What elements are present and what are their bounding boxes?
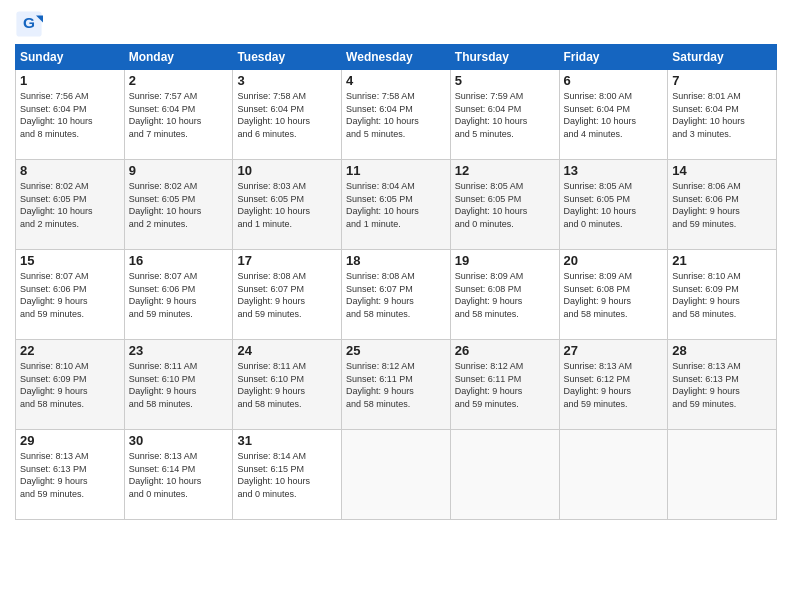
calendar-cell: 18Sunrise: 8:08 AM Sunset: 6:07 PM Dayli…: [342, 250, 451, 340]
calendar-week-3: 15Sunrise: 8:07 AM Sunset: 6:06 PM Dayli…: [16, 250, 777, 340]
calendar-cell: 2Sunrise: 7:57 AM Sunset: 6:04 PM Daylig…: [124, 70, 233, 160]
day-number: 24: [237, 343, 337, 358]
day-info: Sunrise: 8:11 AM Sunset: 6:10 PM Dayligh…: [129, 360, 229, 410]
calendar-cell: 31Sunrise: 8:14 AM Sunset: 6:15 PM Dayli…: [233, 430, 342, 520]
day-info: Sunrise: 8:06 AM Sunset: 6:06 PM Dayligh…: [672, 180, 772, 230]
day-number: 18: [346, 253, 446, 268]
day-number: 29: [20, 433, 120, 448]
day-info: Sunrise: 8:13 AM Sunset: 6:13 PM Dayligh…: [20, 450, 120, 500]
day-header-monday: Monday: [124, 45, 233, 70]
svg-text:G: G: [23, 14, 35, 31]
calendar-cell: 26Sunrise: 8:12 AM Sunset: 6:11 PM Dayli…: [450, 340, 559, 430]
day-info: Sunrise: 8:11 AM Sunset: 6:10 PM Dayligh…: [237, 360, 337, 410]
day-number: 10: [237, 163, 337, 178]
calendar-cell: 21Sunrise: 8:10 AM Sunset: 6:09 PM Dayli…: [668, 250, 777, 340]
day-number: 3: [237, 73, 337, 88]
day-info: Sunrise: 8:05 AM Sunset: 6:05 PM Dayligh…: [455, 180, 555, 230]
day-header-friday: Friday: [559, 45, 668, 70]
day-number: 31: [237, 433, 337, 448]
day-number: 17: [237, 253, 337, 268]
day-info: Sunrise: 8:10 AM Sunset: 6:09 PM Dayligh…: [20, 360, 120, 410]
day-number: 19: [455, 253, 555, 268]
calendar-cell: 27Sunrise: 8:13 AM Sunset: 6:12 PM Dayli…: [559, 340, 668, 430]
calendar-header-row: SundayMondayTuesdayWednesdayThursdayFrid…: [16, 45, 777, 70]
day-number: 23: [129, 343, 229, 358]
day-header-saturday: Saturday: [668, 45, 777, 70]
day-info: Sunrise: 8:01 AM Sunset: 6:04 PM Dayligh…: [672, 90, 772, 140]
day-info: Sunrise: 8:02 AM Sunset: 6:05 PM Dayligh…: [129, 180, 229, 230]
calendar-cell: 11Sunrise: 8:04 AM Sunset: 6:05 PM Dayli…: [342, 160, 451, 250]
day-number: 22: [20, 343, 120, 358]
day-info: Sunrise: 7:58 AM Sunset: 6:04 PM Dayligh…: [346, 90, 446, 140]
calendar-cell: 24Sunrise: 8:11 AM Sunset: 6:10 PM Dayli…: [233, 340, 342, 430]
calendar-cell: 14Sunrise: 8:06 AM Sunset: 6:06 PM Dayli…: [668, 160, 777, 250]
day-number: 4: [346, 73, 446, 88]
day-info: Sunrise: 8:12 AM Sunset: 6:11 PM Dayligh…: [455, 360, 555, 410]
calendar-cell: 20Sunrise: 8:09 AM Sunset: 6:08 PM Dayli…: [559, 250, 668, 340]
day-number: 20: [564, 253, 664, 268]
calendar-week-5: 29Sunrise: 8:13 AM Sunset: 6:13 PM Dayli…: [16, 430, 777, 520]
day-number: 8: [20, 163, 120, 178]
day-number: 30: [129, 433, 229, 448]
day-number: 14: [672, 163, 772, 178]
day-info: Sunrise: 7:56 AM Sunset: 6:04 PM Dayligh…: [20, 90, 120, 140]
calendar-cell: 16Sunrise: 8:07 AM Sunset: 6:06 PM Dayli…: [124, 250, 233, 340]
day-header-sunday: Sunday: [16, 45, 125, 70]
calendar-cell: 5Sunrise: 7:59 AM Sunset: 6:04 PM Daylig…: [450, 70, 559, 160]
day-info: Sunrise: 8:09 AM Sunset: 6:08 PM Dayligh…: [455, 270, 555, 320]
day-number: 28: [672, 343, 772, 358]
calendar-table: SundayMondayTuesdayWednesdayThursdayFrid…: [15, 44, 777, 520]
calendar-cell: 13Sunrise: 8:05 AM Sunset: 6:05 PM Dayli…: [559, 160, 668, 250]
calendar-cell: [342, 430, 451, 520]
day-number: 9: [129, 163, 229, 178]
day-number: 13: [564, 163, 664, 178]
day-number: 2: [129, 73, 229, 88]
calendar-week-1: 1Sunrise: 7:56 AM Sunset: 6:04 PM Daylig…: [16, 70, 777, 160]
calendar-cell: 25Sunrise: 8:12 AM Sunset: 6:11 PM Dayli…: [342, 340, 451, 430]
day-number: 21: [672, 253, 772, 268]
calendar-cell: 19Sunrise: 8:09 AM Sunset: 6:08 PM Dayli…: [450, 250, 559, 340]
day-number: 27: [564, 343, 664, 358]
day-info: Sunrise: 8:07 AM Sunset: 6:06 PM Dayligh…: [20, 270, 120, 320]
logo-icon: G: [15, 10, 43, 38]
calendar-cell: 10Sunrise: 8:03 AM Sunset: 6:05 PM Dayli…: [233, 160, 342, 250]
day-info: Sunrise: 8:05 AM Sunset: 6:05 PM Dayligh…: [564, 180, 664, 230]
day-header-wednesday: Wednesday: [342, 45, 451, 70]
calendar-cell: [559, 430, 668, 520]
day-info: Sunrise: 8:00 AM Sunset: 6:04 PM Dayligh…: [564, 90, 664, 140]
day-number: 11: [346, 163, 446, 178]
header: G: [15, 10, 777, 38]
calendar-cell: 22Sunrise: 8:10 AM Sunset: 6:09 PM Dayli…: [16, 340, 125, 430]
calendar-cell: 7Sunrise: 8:01 AM Sunset: 6:04 PM Daylig…: [668, 70, 777, 160]
page: G SundayMondayTuesdayWednesdayThursdayFr…: [0, 0, 792, 612]
day-number: 26: [455, 343, 555, 358]
day-info: Sunrise: 8:13 AM Sunset: 6:14 PM Dayligh…: [129, 450, 229, 500]
calendar-week-2: 8Sunrise: 8:02 AM Sunset: 6:05 PM Daylig…: [16, 160, 777, 250]
calendar-cell: 12Sunrise: 8:05 AM Sunset: 6:05 PM Dayli…: [450, 160, 559, 250]
calendar-cell: 30Sunrise: 8:13 AM Sunset: 6:14 PM Dayli…: [124, 430, 233, 520]
day-info: Sunrise: 8:14 AM Sunset: 6:15 PM Dayligh…: [237, 450, 337, 500]
day-info: Sunrise: 8:13 AM Sunset: 6:12 PM Dayligh…: [564, 360, 664, 410]
day-number: 15: [20, 253, 120, 268]
day-header-thursday: Thursday: [450, 45, 559, 70]
day-info: Sunrise: 8:04 AM Sunset: 6:05 PM Dayligh…: [346, 180, 446, 230]
calendar-cell: [450, 430, 559, 520]
day-number: 12: [455, 163, 555, 178]
logo: G: [15, 10, 47, 38]
day-info: Sunrise: 8:07 AM Sunset: 6:06 PM Dayligh…: [129, 270, 229, 320]
calendar-cell: 28Sunrise: 8:13 AM Sunset: 6:13 PM Dayli…: [668, 340, 777, 430]
day-info: Sunrise: 8:03 AM Sunset: 6:05 PM Dayligh…: [237, 180, 337, 230]
day-number: 7: [672, 73, 772, 88]
day-number: 1: [20, 73, 120, 88]
day-info: Sunrise: 7:57 AM Sunset: 6:04 PM Dayligh…: [129, 90, 229, 140]
calendar-cell: 23Sunrise: 8:11 AM Sunset: 6:10 PM Dayli…: [124, 340, 233, 430]
day-info: Sunrise: 8:10 AM Sunset: 6:09 PM Dayligh…: [672, 270, 772, 320]
day-info: Sunrise: 8:09 AM Sunset: 6:08 PM Dayligh…: [564, 270, 664, 320]
day-number: 25: [346, 343, 446, 358]
day-number: 16: [129, 253, 229, 268]
day-number: 5: [455, 73, 555, 88]
day-info: Sunrise: 7:59 AM Sunset: 6:04 PM Dayligh…: [455, 90, 555, 140]
day-info: Sunrise: 8:08 AM Sunset: 6:07 PM Dayligh…: [237, 270, 337, 320]
day-number: 6: [564, 73, 664, 88]
day-info: Sunrise: 8:02 AM Sunset: 6:05 PM Dayligh…: [20, 180, 120, 230]
